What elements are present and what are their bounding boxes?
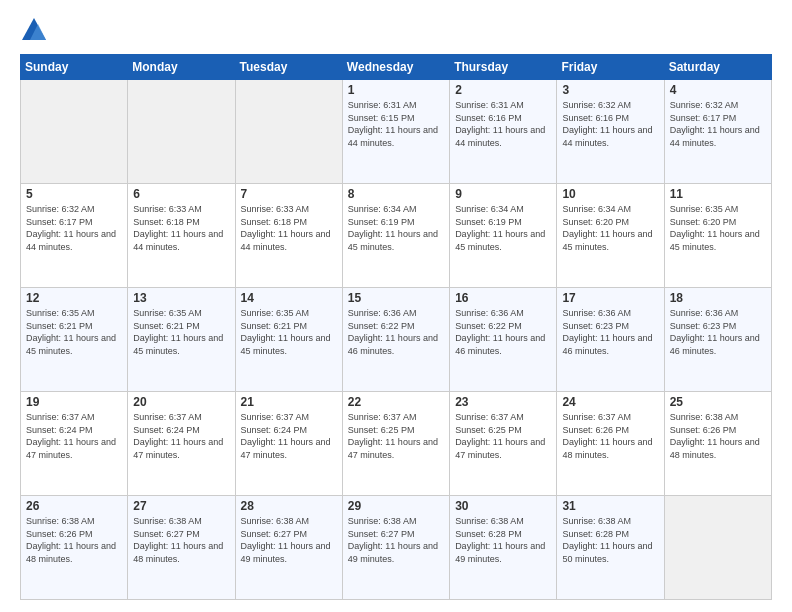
day-number: 24: [562, 395, 658, 409]
day-info: Sunrise: 6:37 AM Sunset: 6:26 PM Dayligh…: [562, 411, 658, 461]
day-number: 21: [241, 395, 337, 409]
day-number: 22: [348, 395, 444, 409]
day-number: 23: [455, 395, 551, 409]
day-info: Sunrise: 6:32 AM Sunset: 6:17 PM Dayligh…: [670, 99, 766, 149]
day-number: 4: [670, 83, 766, 97]
day-number: 26: [26, 499, 122, 513]
calendar-cell: 2Sunrise: 6:31 AM Sunset: 6:16 PM Daylig…: [450, 80, 557, 184]
day-number: 8: [348, 187, 444, 201]
calendar-cell: [664, 496, 771, 600]
day-info: Sunrise: 6:33 AM Sunset: 6:18 PM Dayligh…: [133, 203, 229, 253]
col-header-thursday: Thursday: [450, 55, 557, 80]
calendar-header-row: SundayMondayTuesdayWednesdayThursdayFrid…: [21, 55, 772, 80]
calendar-cell: 26Sunrise: 6:38 AM Sunset: 6:26 PM Dayli…: [21, 496, 128, 600]
day-info: Sunrise: 6:37 AM Sunset: 6:25 PM Dayligh…: [455, 411, 551, 461]
day-info: Sunrise: 6:38 AM Sunset: 6:28 PM Dayligh…: [455, 515, 551, 565]
day-info: Sunrise: 6:37 AM Sunset: 6:25 PM Dayligh…: [348, 411, 444, 461]
day-info: Sunrise: 6:31 AM Sunset: 6:16 PM Dayligh…: [455, 99, 551, 149]
day-info: Sunrise: 6:38 AM Sunset: 6:27 PM Dayligh…: [133, 515, 229, 565]
day-info: Sunrise: 6:34 AM Sunset: 6:19 PM Dayligh…: [348, 203, 444, 253]
col-header-sunday: Sunday: [21, 55, 128, 80]
day-info: Sunrise: 6:35 AM Sunset: 6:21 PM Dayligh…: [26, 307, 122, 357]
day-number: 6: [133, 187, 229, 201]
day-info: Sunrise: 6:34 AM Sunset: 6:20 PM Dayligh…: [562, 203, 658, 253]
calendar-cell: 7Sunrise: 6:33 AM Sunset: 6:18 PM Daylig…: [235, 184, 342, 288]
day-number: 27: [133, 499, 229, 513]
col-header-monday: Monday: [128, 55, 235, 80]
day-info: Sunrise: 6:37 AM Sunset: 6:24 PM Dayligh…: [133, 411, 229, 461]
col-header-friday: Friday: [557, 55, 664, 80]
day-number: 14: [241, 291, 337, 305]
calendar-week-2: 5Sunrise: 6:32 AM Sunset: 6:17 PM Daylig…: [21, 184, 772, 288]
day-number: 11: [670, 187, 766, 201]
calendar-cell: 15Sunrise: 6:36 AM Sunset: 6:22 PM Dayli…: [342, 288, 449, 392]
day-info: Sunrise: 6:36 AM Sunset: 6:22 PM Dayligh…: [348, 307, 444, 357]
col-header-saturday: Saturday: [664, 55, 771, 80]
day-info: Sunrise: 6:35 AM Sunset: 6:21 PM Dayligh…: [241, 307, 337, 357]
day-info: Sunrise: 6:35 AM Sunset: 6:20 PM Dayligh…: [670, 203, 766, 253]
calendar-cell: 30Sunrise: 6:38 AM Sunset: 6:28 PM Dayli…: [450, 496, 557, 600]
day-info: Sunrise: 6:36 AM Sunset: 6:22 PM Dayligh…: [455, 307, 551, 357]
day-info: Sunrise: 6:38 AM Sunset: 6:27 PM Dayligh…: [348, 515, 444, 565]
col-header-tuesday: Tuesday: [235, 55, 342, 80]
day-info: Sunrise: 6:37 AM Sunset: 6:24 PM Dayligh…: [26, 411, 122, 461]
day-number: 30: [455, 499, 551, 513]
day-number: 12: [26, 291, 122, 305]
calendar-cell: 13Sunrise: 6:35 AM Sunset: 6:21 PM Dayli…: [128, 288, 235, 392]
day-number: 29: [348, 499, 444, 513]
logo: [20, 16, 52, 44]
calendar-cell: 23Sunrise: 6:37 AM Sunset: 6:25 PM Dayli…: [450, 392, 557, 496]
day-info: Sunrise: 6:38 AM Sunset: 6:26 PM Dayligh…: [670, 411, 766, 461]
col-header-wednesday: Wednesday: [342, 55, 449, 80]
day-number: 7: [241, 187, 337, 201]
calendar-cell: 19Sunrise: 6:37 AM Sunset: 6:24 PM Dayli…: [21, 392, 128, 496]
day-number: 13: [133, 291, 229, 305]
header: [20, 16, 772, 44]
day-info: Sunrise: 6:36 AM Sunset: 6:23 PM Dayligh…: [670, 307, 766, 357]
day-number: 17: [562, 291, 658, 305]
calendar-cell: 8Sunrise: 6:34 AM Sunset: 6:19 PM Daylig…: [342, 184, 449, 288]
day-number: 1: [348, 83, 444, 97]
calendar-cell: 17Sunrise: 6:36 AM Sunset: 6:23 PM Dayli…: [557, 288, 664, 392]
calendar-cell: [235, 80, 342, 184]
calendar-table: SundayMondayTuesdayWednesdayThursdayFrid…: [20, 54, 772, 600]
calendar-cell: 3Sunrise: 6:32 AM Sunset: 6:16 PM Daylig…: [557, 80, 664, 184]
calendar-cell: 10Sunrise: 6:34 AM Sunset: 6:20 PM Dayli…: [557, 184, 664, 288]
day-info: Sunrise: 6:38 AM Sunset: 6:27 PM Dayligh…: [241, 515, 337, 565]
day-number: 16: [455, 291, 551, 305]
calendar-week-3: 12Sunrise: 6:35 AM Sunset: 6:21 PM Dayli…: [21, 288, 772, 392]
calendar-cell: 22Sunrise: 6:37 AM Sunset: 6:25 PM Dayli…: [342, 392, 449, 496]
day-info: Sunrise: 6:38 AM Sunset: 6:28 PM Dayligh…: [562, 515, 658, 565]
calendar-cell: 9Sunrise: 6:34 AM Sunset: 6:19 PM Daylig…: [450, 184, 557, 288]
calendar-cell: 12Sunrise: 6:35 AM Sunset: 6:21 PM Dayli…: [21, 288, 128, 392]
calendar-week-1: 1Sunrise: 6:31 AM Sunset: 6:15 PM Daylig…: [21, 80, 772, 184]
calendar-cell: 31Sunrise: 6:38 AM Sunset: 6:28 PM Dayli…: [557, 496, 664, 600]
calendar-cell: [128, 80, 235, 184]
day-info: Sunrise: 6:36 AM Sunset: 6:23 PM Dayligh…: [562, 307, 658, 357]
calendar-cell: 1Sunrise: 6:31 AM Sunset: 6:15 PM Daylig…: [342, 80, 449, 184]
day-number: 10: [562, 187, 658, 201]
calendar-cell: 27Sunrise: 6:38 AM Sunset: 6:27 PM Dayli…: [128, 496, 235, 600]
day-info: Sunrise: 6:32 AM Sunset: 6:17 PM Dayligh…: [26, 203, 122, 253]
calendar-cell: 6Sunrise: 6:33 AM Sunset: 6:18 PM Daylig…: [128, 184, 235, 288]
calendar-cell: [21, 80, 128, 184]
calendar-cell: 18Sunrise: 6:36 AM Sunset: 6:23 PM Dayli…: [664, 288, 771, 392]
day-number: 15: [348, 291, 444, 305]
day-number: 19: [26, 395, 122, 409]
day-number: 5: [26, 187, 122, 201]
calendar-cell: 21Sunrise: 6:37 AM Sunset: 6:24 PM Dayli…: [235, 392, 342, 496]
calendar-cell: 20Sunrise: 6:37 AM Sunset: 6:24 PM Dayli…: [128, 392, 235, 496]
day-number: 31: [562, 499, 658, 513]
page: SundayMondayTuesdayWednesdayThursdayFrid…: [0, 0, 792, 612]
calendar-cell: 14Sunrise: 6:35 AM Sunset: 6:21 PM Dayli…: [235, 288, 342, 392]
day-info: Sunrise: 6:37 AM Sunset: 6:24 PM Dayligh…: [241, 411, 337, 461]
day-info: Sunrise: 6:38 AM Sunset: 6:26 PM Dayligh…: [26, 515, 122, 565]
calendar-week-4: 19Sunrise: 6:37 AM Sunset: 6:24 PM Dayli…: [21, 392, 772, 496]
day-number: 2: [455, 83, 551, 97]
day-info: Sunrise: 6:34 AM Sunset: 6:19 PM Dayligh…: [455, 203, 551, 253]
calendar-cell: 28Sunrise: 6:38 AM Sunset: 6:27 PM Dayli…: [235, 496, 342, 600]
calendar-cell: 5Sunrise: 6:32 AM Sunset: 6:17 PM Daylig…: [21, 184, 128, 288]
day-info: Sunrise: 6:33 AM Sunset: 6:18 PM Dayligh…: [241, 203, 337, 253]
day-number: 18: [670, 291, 766, 305]
calendar-cell: 24Sunrise: 6:37 AM Sunset: 6:26 PM Dayli…: [557, 392, 664, 496]
